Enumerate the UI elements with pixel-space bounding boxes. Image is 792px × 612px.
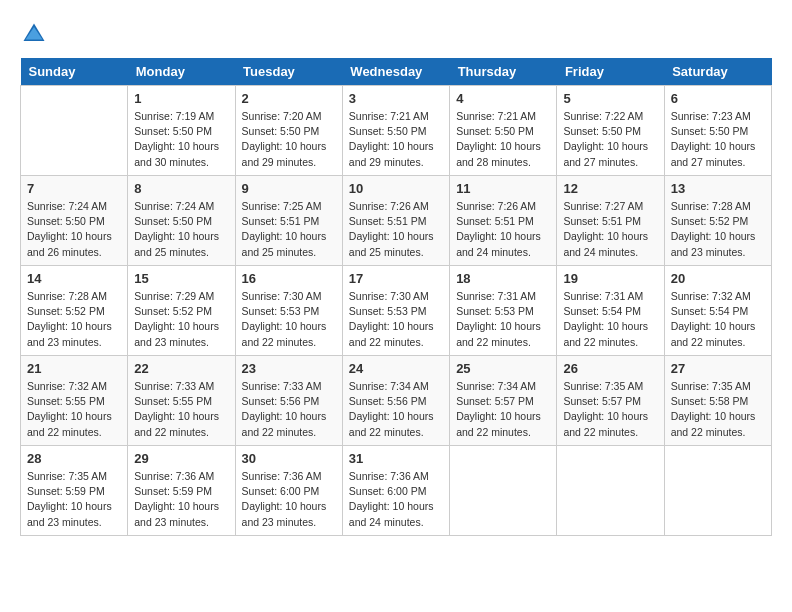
day-number: 18 xyxy=(456,271,550,286)
calendar-cell: 21Sunrise: 7:32 AMSunset: 5:55 PMDayligh… xyxy=(21,356,128,446)
day-info: Sunrise: 7:26 AMSunset: 5:51 PMDaylight:… xyxy=(349,199,443,260)
day-header-saturday: Saturday xyxy=(664,58,771,86)
calendar-cell: 8Sunrise: 7:24 AMSunset: 5:50 PMDaylight… xyxy=(128,176,235,266)
day-number: 22 xyxy=(134,361,228,376)
day-info: Sunrise: 7:29 AMSunset: 5:52 PMDaylight:… xyxy=(134,289,228,350)
day-number: 24 xyxy=(349,361,443,376)
day-info: Sunrise: 7:35 AMSunset: 5:59 PMDaylight:… xyxy=(27,469,121,530)
calendar-cell: 25Sunrise: 7:34 AMSunset: 5:57 PMDayligh… xyxy=(450,356,557,446)
day-info: Sunrise: 7:33 AMSunset: 5:56 PMDaylight:… xyxy=(242,379,336,440)
day-number: 3 xyxy=(349,91,443,106)
calendar-cell: 31Sunrise: 7:36 AMSunset: 6:00 PMDayligh… xyxy=(342,446,449,536)
day-number: 8 xyxy=(134,181,228,196)
calendar-cell: 6Sunrise: 7:23 AMSunset: 5:50 PMDaylight… xyxy=(664,86,771,176)
calendar-cell: 30Sunrise: 7:36 AMSunset: 6:00 PMDayligh… xyxy=(235,446,342,536)
calendar-cell: 13Sunrise: 7:28 AMSunset: 5:52 PMDayligh… xyxy=(664,176,771,266)
calendar-cell: 5Sunrise: 7:22 AMSunset: 5:50 PMDaylight… xyxy=(557,86,664,176)
day-info: Sunrise: 7:26 AMSunset: 5:51 PMDaylight:… xyxy=(456,199,550,260)
day-number: 15 xyxy=(134,271,228,286)
day-info: Sunrise: 7:31 AMSunset: 5:53 PMDaylight:… xyxy=(456,289,550,350)
calendar-cell: 3Sunrise: 7:21 AMSunset: 5:50 PMDaylight… xyxy=(342,86,449,176)
day-number: 28 xyxy=(27,451,121,466)
calendar-header-row: SundayMondayTuesdayWednesdayThursdayFrid… xyxy=(21,58,772,86)
logo xyxy=(20,20,50,48)
day-number: 4 xyxy=(456,91,550,106)
calendar-cell: 12Sunrise: 7:27 AMSunset: 5:51 PMDayligh… xyxy=(557,176,664,266)
calendar-cell: 15Sunrise: 7:29 AMSunset: 5:52 PMDayligh… xyxy=(128,266,235,356)
calendar-cell: 2Sunrise: 7:20 AMSunset: 5:50 PMDaylight… xyxy=(235,86,342,176)
day-number: 19 xyxy=(563,271,657,286)
calendar-week-row: 28Sunrise: 7:35 AMSunset: 5:59 PMDayligh… xyxy=(21,446,772,536)
calendar-cell: 1Sunrise: 7:19 AMSunset: 5:50 PMDaylight… xyxy=(128,86,235,176)
day-number: 23 xyxy=(242,361,336,376)
day-info: Sunrise: 7:36 AMSunset: 6:00 PMDaylight:… xyxy=(242,469,336,530)
day-header-friday: Friday xyxy=(557,58,664,86)
day-info: Sunrise: 7:32 AMSunset: 5:55 PMDaylight:… xyxy=(27,379,121,440)
calendar-table: SundayMondayTuesdayWednesdayThursdayFrid… xyxy=(20,58,772,536)
day-number: 29 xyxy=(134,451,228,466)
day-info: Sunrise: 7:25 AMSunset: 5:51 PMDaylight:… xyxy=(242,199,336,260)
day-number: 7 xyxy=(27,181,121,196)
calendar-cell: 9Sunrise: 7:25 AMSunset: 5:51 PMDaylight… xyxy=(235,176,342,266)
day-number: 5 xyxy=(563,91,657,106)
calendar-week-row: 7Sunrise: 7:24 AMSunset: 5:50 PMDaylight… xyxy=(21,176,772,266)
day-info: Sunrise: 7:30 AMSunset: 5:53 PMDaylight:… xyxy=(242,289,336,350)
day-number: 10 xyxy=(349,181,443,196)
day-number: 20 xyxy=(671,271,765,286)
calendar-cell xyxy=(557,446,664,536)
day-info: Sunrise: 7:19 AMSunset: 5:50 PMDaylight:… xyxy=(134,109,228,170)
calendar-week-row: 14Sunrise: 7:28 AMSunset: 5:52 PMDayligh… xyxy=(21,266,772,356)
day-number: 13 xyxy=(671,181,765,196)
page-header xyxy=(20,20,772,48)
calendar-week-row: 1Sunrise: 7:19 AMSunset: 5:50 PMDaylight… xyxy=(21,86,772,176)
calendar-cell: 11Sunrise: 7:26 AMSunset: 5:51 PMDayligh… xyxy=(450,176,557,266)
day-info: Sunrise: 7:36 AMSunset: 5:59 PMDaylight:… xyxy=(134,469,228,530)
day-info: Sunrise: 7:34 AMSunset: 5:56 PMDaylight:… xyxy=(349,379,443,440)
day-number: 14 xyxy=(27,271,121,286)
day-info: Sunrise: 7:31 AMSunset: 5:54 PMDaylight:… xyxy=(563,289,657,350)
day-number: 30 xyxy=(242,451,336,466)
day-info: Sunrise: 7:28 AMSunset: 5:52 PMDaylight:… xyxy=(27,289,121,350)
calendar-cell xyxy=(21,86,128,176)
day-info: Sunrise: 7:30 AMSunset: 5:53 PMDaylight:… xyxy=(349,289,443,350)
day-number: 26 xyxy=(563,361,657,376)
day-info: Sunrise: 7:22 AMSunset: 5:50 PMDaylight:… xyxy=(563,109,657,170)
day-number: 1 xyxy=(134,91,228,106)
day-info: Sunrise: 7:21 AMSunset: 5:50 PMDaylight:… xyxy=(456,109,550,170)
day-number: 25 xyxy=(456,361,550,376)
calendar-week-row: 21Sunrise: 7:32 AMSunset: 5:55 PMDayligh… xyxy=(21,356,772,446)
day-number: 6 xyxy=(671,91,765,106)
calendar-cell xyxy=(664,446,771,536)
calendar-cell: 19Sunrise: 7:31 AMSunset: 5:54 PMDayligh… xyxy=(557,266,664,356)
calendar-cell: 28Sunrise: 7:35 AMSunset: 5:59 PMDayligh… xyxy=(21,446,128,536)
calendar-body: 1Sunrise: 7:19 AMSunset: 5:50 PMDaylight… xyxy=(21,86,772,536)
calendar-cell: 27Sunrise: 7:35 AMSunset: 5:58 PMDayligh… xyxy=(664,356,771,446)
calendar-cell: 18Sunrise: 7:31 AMSunset: 5:53 PMDayligh… xyxy=(450,266,557,356)
day-number: 31 xyxy=(349,451,443,466)
day-info: Sunrise: 7:23 AMSunset: 5:50 PMDaylight:… xyxy=(671,109,765,170)
day-header-wednesday: Wednesday xyxy=(342,58,449,86)
day-header-tuesday: Tuesday xyxy=(235,58,342,86)
calendar-cell: 26Sunrise: 7:35 AMSunset: 5:57 PMDayligh… xyxy=(557,356,664,446)
logo-icon xyxy=(20,20,48,48)
day-number: 21 xyxy=(27,361,121,376)
day-info: Sunrise: 7:32 AMSunset: 5:54 PMDaylight:… xyxy=(671,289,765,350)
day-info: Sunrise: 7:28 AMSunset: 5:52 PMDaylight:… xyxy=(671,199,765,260)
calendar-cell: 24Sunrise: 7:34 AMSunset: 5:56 PMDayligh… xyxy=(342,356,449,446)
day-header-monday: Monday xyxy=(128,58,235,86)
day-number: 27 xyxy=(671,361,765,376)
day-info: Sunrise: 7:24 AMSunset: 5:50 PMDaylight:… xyxy=(27,199,121,260)
day-info: Sunrise: 7:36 AMSunset: 6:00 PMDaylight:… xyxy=(349,469,443,530)
calendar-cell: 10Sunrise: 7:26 AMSunset: 5:51 PMDayligh… xyxy=(342,176,449,266)
day-number: 12 xyxy=(563,181,657,196)
day-info: Sunrise: 7:35 AMSunset: 5:58 PMDaylight:… xyxy=(671,379,765,440)
day-info: Sunrise: 7:21 AMSunset: 5:50 PMDaylight:… xyxy=(349,109,443,170)
calendar-cell: 29Sunrise: 7:36 AMSunset: 5:59 PMDayligh… xyxy=(128,446,235,536)
calendar-cell: 4Sunrise: 7:21 AMSunset: 5:50 PMDaylight… xyxy=(450,86,557,176)
calendar-cell xyxy=(450,446,557,536)
day-number: 16 xyxy=(242,271,336,286)
day-info: Sunrise: 7:20 AMSunset: 5:50 PMDaylight:… xyxy=(242,109,336,170)
day-header-thursday: Thursday xyxy=(450,58,557,86)
calendar-cell: 16Sunrise: 7:30 AMSunset: 5:53 PMDayligh… xyxy=(235,266,342,356)
day-info: Sunrise: 7:24 AMSunset: 5:50 PMDaylight:… xyxy=(134,199,228,260)
